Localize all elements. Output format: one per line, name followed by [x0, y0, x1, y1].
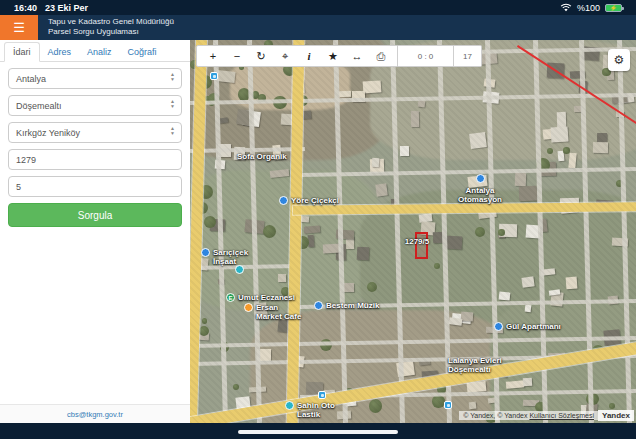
parcel-number-value: 5: [16, 182, 21, 192]
app-window: 16:40 23 Eki Per %100 ⚡ ☰ Tapu ve Kadast…: [0, 0, 636, 439]
zoom-in-icon[interactable]: +: [201, 50, 225, 62]
building: [460, 312, 472, 322]
neighborhood-value: Kırkgöz Yeniköy: [16, 128, 80, 138]
poi-service-marker[interactable]: [235, 265, 244, 274]
locate-icon[interactable]: ⌖: [273, 50, 297, 63]
vegetation: [609, 403, 615, 409]
pharmacy-icon: E: [226, 293, 235, 302]
terms-link[interactable]: Kullanıcı Sözleşmesi: [529, 412, 594, 419]
battery-percent: %100: [577, 3, 600, 13]
building: [411, 111, 419, 127]
gear-icon: ⚙: [614, 53, 625, 67]
bottom-bar: [0, 423, 636, 439]
building: [515, 173, 526, 186]
service-icon: [285, 401, 294, 410]
district-select[interactable]: Döşemealtı ▲▼: [8, 95, 182, 116]
building: [550, 126, 568, 142]
vegetation: [498, 229, 505, 236]
shop-icon: [314, 301, 323, 310]
refresh-icon[interactable]: ↻: [249, 50, 273, 63]
building: [278, 274, 286, 282]
cursor-coordinates: 0 : 0: [398, 45, 454, 67]
battery-icon: ⚡: [605, 4, 622, 12]
tab-idari[interactable]: İdari: [4, 42, 40, 62]
building: [499, 292, 511, 301]
tab-bar: İdari Adres Analiz Coğrafi: [0, 40, 190, 62]
shop-icon: [279, 196, 288, 205]
select-caret-icon: ▲▼: [170, 99, 175, 109]
vegetation: [202, 318, 208, 324]
poi-yore-cicekci[interactable]: Yöre Çiçekçi: [279, 196, 339, 205]
contact-email-link[interactable]: cbs@tkgm.gov.tr: [67, 410, 123, 419]
building-icon: [494, 322, 503, 331]
poi-ersan-market-cafe[interactable]: Ersan Market Cafe: [244, 303, 301, 321]
building: [339, 91, 351, 97]
poi-saricicek-insaat[interactable]: Sarıçiçek İnşaat: [201, 248, 248, 266]
date: 23 Eki Per: [45, 3, 88, 13]
map-toolbar: + − ↻ ⌖ i ★ ↔ ⎙ 0 : 0 17: [196, 45, 482, 67]
selected-parcel-label: 1279/5: [394, 237, 440, 246]
poi-umut-eczanesi[interactable]: E Umut Eczanesi: [226, 293, 295, 302]
yandex-logo[interactable]: Yandex: [598, 410, 634, 421]
building: [277, 319, 288, 332]
tab-cografi[interactable]: Coğrafi: [120, 43, 165, 61]
sidebar-footer: cbs@tkgm.gov.tr: [0, 404, 190, 423]
district-value: Döşemealtı: [16, 101, 62, 111]
province-select[interactable]: Antalya ▲▼: [8, 68, 182, 89]
building: [217, 70, 236, 83]
poi-lalanya-evleri[interactable]: Lalanya Evleri Döşemealtı: [448, 356, 502, 374]
query-form: Antalya ▲▼ Döşemealtı ▲▼ Kırkgöz Yeniköy…: [0, 62, 190, 233]
wifi-icon: [560, 3, 572, 12]
copyright-text: © Yandex, © Yandex: [463, 412, 527, 419]
building: [400, 146, 409, 156]
neighborhood-select[interactable]: Kırkgöz Yeniköy ▲▼: [8, 122, 182, 143]
home-indicator[interactable]: [238, 430, 398, 434]
select-caret-icon: ▲▼: [170, 72, 175, 82]
tab-analiz[interactable]: Analiz: [79, 43, 120, 61]
hamburger-icon: ☰: [13, 20, 25, 35]
building: [469, 132, 487, 149]
transit-stop-icon[interactable]: [444, 401, 452, 409]
vegetation: [263, 225, 276, 238]
transit-stop-icon[interactable]: [318, 391, 326, 399]
building: [524, 305, 531, 313]
building: [519, 185, 538, 200]
building: [523, 378, 532, 387]
shop-icon: [201, 248, 210, 257]
building: [469, 402, 476, 409]
zoom-level-display: 17: [454, 45, 482, 67]
poi-sahin-oto-lastik[interactable]: Şahin Oto Lastik: [285, 401, 335, 419]
cafe-icon: [244, 303, 253, 312]
poi-sofa-organik[interactable]: Sofa Organik: [237, 152, 287, 161]
transit-stop-icon[interactable]: [210, 72, 218, 80]
app-title-line2: Parsel Sorgu Uygulaması: [48, 27, 174, 37]
map-canvas[interactable]: 1279/5 Sofa Organik Yöre Çiçekçi Antalya…: [190, 40, 636, 423]
province-value: Antalya: [16, 74, 46, 84]
measure-icon[interactable]: ↔: [345, 50, 369, 62]
building: [375, 184, 387, 197]
building: [593, 142, 608, 153]
block-number-input[interactable]: 1279: [8, 149, 182, 170]
building: [522, 276, 536, 287]
app-title-line1: Tapu ve Kadastro Genel Müdürlüğü: [48, 17, 174, 27]
info-icon[interactable]: i: [297, 50, 321, 62]
app-title: Tapu ve Kadastro Genel Müdürlüğü Parsel …: [38, 15, 174, 40]
building: [363, 80, 382, 93]
zoom-out-icon[interactable]: −: [225, 50, 249, 62]
tab-adres[interactable]: Adres: [40, 43, 80, 61]
print-icon[interactable]: ⎙: [369, 50, 393, 63]
building: [569, 153, 577, 169]
poi-gul-apartmani[interactable]: Gül Apartmanı: [494, 322, 561, 331]
building: [566, 277, 578, 289]
map-tool-buttons: + − ↻ ⌖ i ★ ↔ ⎙: [196, 45, 398, 67]
clock: 16:40: [14, 3, 37, 13]
map-settings-button[interactable]: ⚙: [608, 49, 630, 71]
query-button[interactable]: Sorgula: [8, 203, 182, 227]
poi-antalya-otomasyon[interactable]: Antalya Otomasyon: [458, 174, 502, 204]
building: [304, 225, 321, 233]
favorite-icon[interactable]: ★: [321, 50, 345, 63]
parcel-number-input[interactable]: 5: [8, 176, 182, 197]
app-header: ☰ Tapu ve Kadastro Genel Müdürlüğü Parse…: [0, 15, 636, 40]
poi-bestem-muzik[interactable]: Bestem Müzik: [314, 301, 379, 310]
hamburger-menu-button[interactable]: ☰: [0, 15, 38, 40]
